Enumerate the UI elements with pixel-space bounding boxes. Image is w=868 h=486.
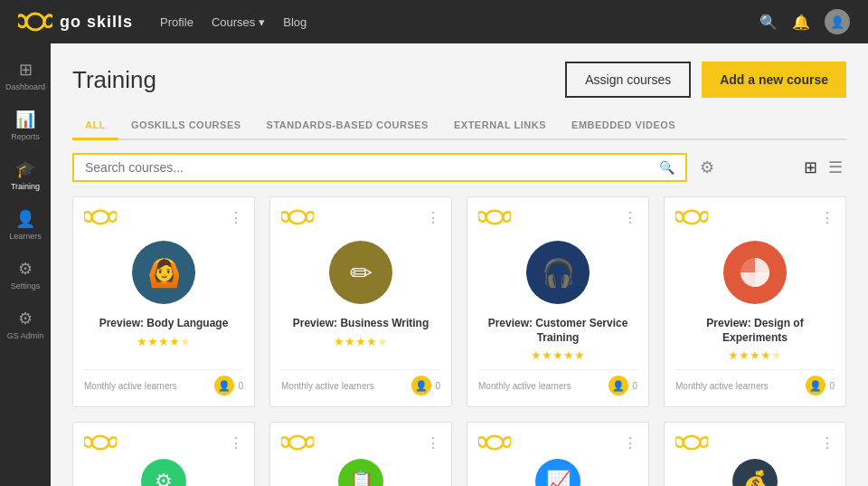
- learner-count-3: 👤 0: [609, 376, 637, 395]
- course-icon-8: 💰: [732, 459, 778, 486]
- sidebar-label-training: Training: [11, 182, 40, 191]
- grid-view-button[interactable]: ⊞: [800, 154, 821, 181]
- card-menu-1[interactable]: ⋮: [229, 209, 243, 226]
- card-header-2: ⋮: [281, 208, 440, 226]
- tabs-bar: ALL GOSKILLS COURSES STANDARDS-BASED COU…: [72, 112, 846, 140]
- sidebar-label-gs-admin: GS Admin: [7, 331, 44, 340]
- header-buttons: Assign courses Add a new course: [565, 62, 846, 98]
- sidebar-label-settings: Settings: [11, 281, 41, 291]
- card-menu-4[interactable]: ⋮: [820, 209, 835, 226]
- card-icon-area-5: ⚙: [84, 459, 243, 486]
- course-card-7: ⋮ 📈: [467, 422, 649, 486]
- settings-icon: ⚙: [18, 259, 33, 279]
- card-title-3: Preview: Customer Service Training: [478, 317, 637, 345]
- sidebar-item-learners[interactable]: 👤 Learners: [0, 200, 51, 250]
- card-icon-area-2: ✏: [281, 241, 440, 304]
- card-header-8: ⋮: [675, 434, 835, 452]
- reports-icon: 📊: [15, 110, 35, 129]
- logo-area[interactable]: go skills: [18, 12, 133, 32]
- card-header-4: ⋮: [675, 208, 835, 226]
- search-button[interactable]: 🔍: [760, 14, 778, 31]
- sidebar: ⊞ Dashboard 📊 Reports 🎓 Training 👤 Learn…: [0, 43, 51, 486]
- card-logo-1: [84, 208, 117, 226]
- card-menu-7[interactable]: ⋮: [623, 434, 637, 452]
- card-menu-5[interactable]: ⋮: [229, 434, 243, 452]
- learner-number-1: 0: [238, 381, 243, 391]
- card-menu-8[interactable]: ⋮: [820, 434, 835, 452]
- course-card-2: ⋮ ✏ Preview: Business Writing ★★★★★ Mont…: [269, 196, 452, 407]
- course-card-5: ⋮ ⚙: [72, 422, 255, 486]
- nav-icons: 🔍 🔔 👤: [760, 9, 850, 34]
- settings-gear-button[interactable]: ⚙: [696, 154, 718, 181]
- card-header-5: ⋮: [84, 434, 243, 452]
- monthly-label-4: Monthly active learners: [675, 381, 769, 391]
- card-title-2: Preview: Business Writing: [281, 317, 440, 331]
- monthly-label-3: Monthly active learners: [478, 381, 571, 391]
- sidebar-item-dashboard[interactable]: ⊞ Dashboard: [0, 51, 51, 100]
- learners-icon: 👤: [15, 209, 35, 229]
- card-footer-4: Monthly active learners 👤 0: [675, 369, 835, 395]
- course-card-6: ⋮ 📋: [269, 422, 452, 486]
- monthly-label-2: Monthly active learners: [281, 381, 374, 391]
- avatar[interactable]: 👤: [825, 9, 850, 34]
- search-input[interactable]: [85, 160, 659, 175]
- card-logo-4: [675, 208, 708, 226]
- learner-number-2: 0: [435, 381, 440, 391]
- learner-count-2: 👤 0: [411, 376, 440, 395]
- search-box: 🔍: [72, 153, 687, 182]
- card-icon-area-1: 🙆: [84, 241, 243, 304]
- nav-blog[interactable]: Blog: [283, 15, 307, 29]
- card-header-3: ⋮: [478, 208, 637, 226]
- list-view-button[interactable]: ☰: [825, 154, 846, 181]
- main-layout: ⊞ Dashboard 📊 Reports 🎓 Training 👤 Learn…: [0, 43, 868, 486]
- sidebar-label-reports: Reports: [11, 132, 40, 141]
- card-logo-3: [478, 208, 511, 226]
- card-footer-2: Monthly active learners 👤 0: [281, 369, 440, 395]
- course-icon-6: 📋: [338, 459, 383, 486]
- sidebar-item-settings[interactable]: ⚙ Settings: [0, 250, 51, 300]
- course-grid-row2: ⋮ ⚙ ⋮ 📋: [72, 422, 846, 486]
- dashboard-icon: ⊞: [19, 60, 33, 80]
- card-stars-3: ★★★★★: [478, 348, 637, 362]
- card-menu-6[interactable]: ⋮: [426, 434, 440, 452]
- course-icon-5: ⚙: [141, 459, 186, 486]
- nav-courses[interactable]: Courses ▾: [212, 15, 265, 29]
- card-title-1: Preview: Body Language: [84, 317, 243, 331]
- card-stars-1: ★★★★★: [84, 335, 243, 348]
- course-icon-2: ✏: [329, 241, 392, 304]
- tab-goskills[interactable]: GOSKILLS COURSES: [118, 112, 254, 140]
- add-course-button[interactable]: Add a new course: [702, 62, 846, 98]
- gs-admin-icon: ⚙: [18, 309, 33, 329]
- learner-number-4: 0: [829, 381, 835, 391]
- course-icon-4: [723, 241, 787, 304]
- card-logo-6: [281, 434, 314, 452]
- tab-external[interactable]: EXTERNAL LINKS: [441, 112, 559, 140]
- tab-standards[interactable]: STANDARDS-BASED COURSES: [254, 112, 441, 140]
- page-header: Training Assign courses Add a new course: [72, 62, 846, 98]
- training-icon: 🎓: [15, 159, 35, 179]
- card-menu-2[interactable]: ⋮: [426, 209, 440, 226]
- nav-profile[interactable]: Profile: [160, 15, 193, 29]
- sidebar-item-gs-admin[interactable]: ⚙ GS Admin: [0, 300, 51, 349]
- card-logo-5: [84, 434, 117, 452]
- sidebar-item-training[interactable]: 🎓 Training: [0, 150, 51, 200]
- main-content: Training Assign courses Add a new course…: [51, 43, 868, 486]
- card-logo-8: [675, 434, 708, 452]
- bell-button[interactable]: 🔔: [792, 14, 810, 31]
- course-card-8: ⋮ 💰: [664, 422, 846, 486]
- card-header-1: ⋮: [84, 208, 243, 226]
- card-logo-2: [281, 208, 314, 226]
- logo-text: go skills: [60, 13, 133, 32]
- course-icon-3: 🎧: [526, 241, 590, 304]
- card-menu-3[interactable]: ⋮: [623, 209, 637, 226]
- sidebar-item-reports[interactable]: 📊 Reports: [0, 100, 51, 150]
- card-logo-7: [478, 434, 511, 452]
- card-stars-4: ★★★★★: [675, 348, 835, 362]
- assign-courses-button[interactable]: Assign courses: [565, 62, 691, 98]
- learner-count-4: 👤 0: [806, 376, 835, 395]
- card-header-6: ⋮: [281, 434, 440, 452]
- course-card-4: ⋮ Preview: Design of Experiments ★★★★★: [664, 196, 846, 407]
- tab-embedded[interactable]: EMBEDDED VIDEOS: [559, 112, 688, 140]
- tab-all[interactable]: ALL: [72, 112, 118, 140]
- card-icon-area-6: 📋: [281, 459, 440, 486]
